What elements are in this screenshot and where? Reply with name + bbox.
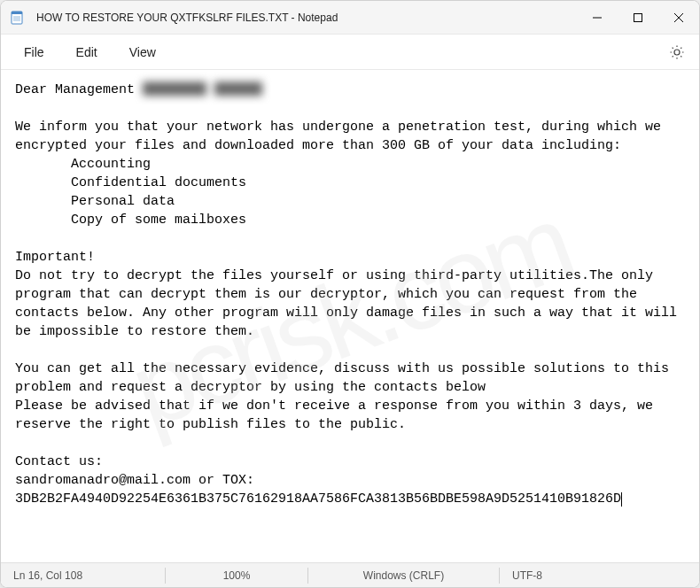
doc-list-item: Personal data xyxy=(71,194,175,209)
doc-important: Important! xyxy=(15,250,95,265)
minimize-button[interactable] xyxy=(577,1,618,34)
doc-paragraph: You can get all the necessary evidence, … xyxy=(15,361,677,395)
text-editor-area[interactable]: Dear Management ████████ ██████ We infor… xyxy=(1,70,699,562)
status-line-ending[interactable]: Windows (CRLF) xyxy=(308,563,499,587)
menubar: File Edit View xyxy=(1,35,699,70)
svg-rect-1 xyxy=(12,12,22,14)
window-controls xyxy=(577,1,699,34)
maximize-button[interactable] xyxy=(618,1,658,34)
status-cursor-position[interactable]: Ln 16, Col 108 xyxy=(1,563,165,587)
statusbar: Ln 16, Col 108 100% Windows (CRLF) UTF-8 xyxy=(1,562,699,587)
status-zoom[interactable]: 100% xyxy=(166,563,307,587)
menu-edit[interactable]: Edit xyxy=(60,40,113,65)
menu-view[interactable]: View xyxy=(113,40,172,65)
svg-rect-6 xyxy=(634,13,642,21)
notepad-window: HOW TO RESTORE YOUR QXTFKSLRF FILES.TXT … xyxy=(0,0,700,588)
doc-greeting: Dear Management xyxy=(15,82,135,97)
doc-paragraph: Do not try to decrypt the files yourself… xyxy=(15,268,685,339)
settings-button[interactable] xyxy=(662,37,692,67)
gear-icon xyxy=(669,44,685,60)
doc-redacted-name: ████████ ██████ xyxy=(143,82,262,97)
text-cursor xyxy=(621,492,622,507)
doc-paragraph: Please be advised that if we don't recei… xyxy=(15,398,661,432)
doc-contact-header: Contact us: xyxy=(15,454,103,469)
titlebar[interactable]: HOW TO RESTORE YOUR QXTFKSLRF FILES.TXT … xyxy=(1,1,699,35)
window-title: HOW TO RESTORE YOUR QXTFKSLRF FILES.TXT … xyxy=(36,12,577,24)
doc-list-item: Confidential documents xyxy=(71,175,246,190)
notepad-icon xyxy=(10,11,24,25)
close-button[interactable] xyxy=(658,1,699,34)
doc-contact-line: sandromanadro@mail.com or TOX: 3DB2B2FA4… xyxy=(15,473,621,507)
doc-list-item: Accounting xyxy=(71,157,151,172)
menu-file[interactable]: File xyxy=(8,40,60,65)
doc-paragraph: We inform you that your network has unde… xyxy=(15,120,669,153)
status-encoding[interactable]: UTF-8 xyxy=(500,563,699,587)
doc-list-item: Copy of some mailboxes xyxy=(71,213,246,228)
